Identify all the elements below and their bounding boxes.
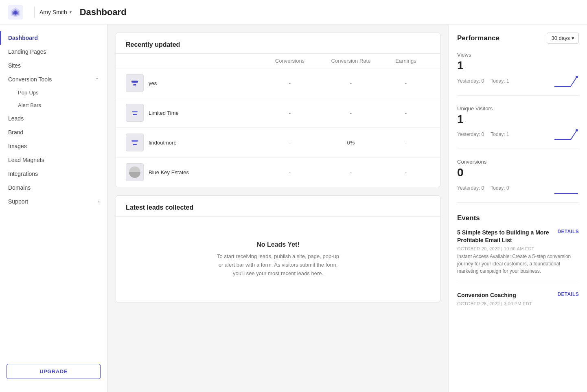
views-label: Views — [457, 52, 579, 58]
event-header: Conversion Coaching DETAILS — [457, 291, 579, 300]
row-conversion-rate: - — [320, 110, 381, 116]
days-label: 30 days — [551, 35, 570, 41]
table-row[interactable]: yes - - - — [116, 68, 440, 98]
views-sub: Yesterday: 0 Today: 1 — [457, 75, 579, 87]
sidebar-item-integrations[interactable]: Integrations — [0, 167, 107, 181]
sidebar-nav: Dashboard Landing Pages Sites Conversion… — [0, 31, 107, 357]
sidebar-item-label: Sites — [8, 62, 21, 69]
performance-title: Performance — [457, 34, 499, 42]
col-earnings: Earnings — [381, 58, 430, 64]
unique-visitors-value: 1 — [457, 112, 579, 126]
sidebar-item-dashboard[interactable]: Dashboard — [0, 31, 107, 45]
thumb-bar — [131, 81, 138, 83]
event-description: Instant Access Available: Create a 5-ste… — [457, 253, 579, 275]
user-menu[interactable]: Amy Smith ▾ — [39, 9, 72, 15]
event-date: OCTOBER 26, 2022 | 3:00 PM EDT — [457, 301, 579, 306]
today-label: Today: 0 — [491, 185, 509, 191]
right-panel: Performance 30 days ▾ Views 1 Yesterday:… — [449, 24, 587, 392]
sidebar-item-images[interactable]: Images — [0, 139, 107, 153]
table-row[interactable]: Blue Key Estates - - - — [116, 158, 440, 187]
thumb-bar-2 — [133, 144, 137, 145]
yesterday-label: Yesterday: 0 — [457, 185, 484, 191]
unique-visitors-sparkline — [554, 128, 579, 140]
sidebar-item-leads[interactable]: Leads — [0, 112, 107, 125]
recently-updated-title: Recently updated — [126, 41, 180, 48]
col-name — [126, 58, 259, 64]
event-date: OCTOBER 20, 2022 | 10:00 AM EDT — [457, 246, 579, 251]
row-earnings: - — [381, 169, 430, 175]
layout: Dashboard Landing Pages Sites Conversion… — [0, 24, 587, 392]
yesterday-label: Yesterday: 0 — [457, 78, 484, 84]
sidebar: Dashboard Landing Pages Sites Conversion… — [0, 24, 107, 392]
sidebar-item-label: Integrations — [8, 171, 38, 177]
conversions-sparkline — [554, 182, 579, 194]
sidebar-item-alert-bars[interactable]: Alert Bars — [0, 99, 107, 112]
thumb-circle — [129, 166, 140, 178]
row-earnings: - — [381, 110, 430, 116]
event-header: 5 Simple Steps to Building a More Profit… — [457, 229, 579, 245]
logo — [8, 5, 23, 20]
col-conversions: Conversions — [259, 58, 320, 64]
sidebar-item-label: Lead Magnets — [8, 157, 44, 163]
row-conversions: - — [259, 110, 320, 116]
item-thumbnail — [126, 74, 144, 92]
item-thumbnail — [126, 163, 144, 181]
days-dropdown[interactable]: 30 days ▾ — [547, 33, 579, 44]
views-sparkline — [554, 75, 579, 87]
thumb-bar-sm — [132, 111, 138, 112]
sidebar-item-conversion-tools[interactable]: Conversion Tools ⌃ — [0, 72, 107, 86]
row-name: Limited Time — [149, 110, 179, 116]
sidebar-item-sites[interactable]: Sites — [0, 59, 107, 72]
chevron-down-icon: ▾ — [572, 35, 574, 41]
latest-leads-header: Latest leads collected — [116, 196, 440, 217]
row-name-cell: findoutmore — [126, 134, 259, 151]
latest-leads-card: Latest leads collected No Leads Yet! To … — [116, 195, 440, 302]
yesterday-label: Yesterday: 0 — [457, 131, 484, 137]
sidebar-item-landing-pages[interactable]: Landing Pages — [0, 45, 107, 59]
performance-header: Performance 30 days ▾ — [457, 33, 579, 44]
event-item: Conversion Coaching DETAILS OCTOBER 26, … — [457, 291, 579, 316]
sidebar-sub-label: Alert Bars — [18, 102, 41, 108]
unique-visitors-label: Unique Visitors — [457, 105, 579, 112]
event-details-button[interactable]: DETAILS — [557, 291, 579, 297]
row-earnings: - — [381, 80, 430, 86]
conversions-metric: Conversions 0 Yesterday: 0 Today: 0 — [457, 159, 579, 203]
sidebar-item-support[interactable]: Support › — [0, 195, 107, 208]
sidebar-sub-label: Pop-Ups — [18, 90, 39, 96]
conversions-label: Conversions — [457, 159, 579, 165]
today-label: Today: 1 — [491, 131, 509, 137]
sidebar-item-domains[interactable]: Domains — [0, 181, 107, 195]
today-label: Today: 1 — [491, 78, 509, 84]
event-details-button[interactable]: DETAILS — [557, 229, 579, 234]
svg-point-5 — [576, 129, 578, 131]
table-row[interactable]: findoutmore - 0% - — [116, 128, 440, 158]
unique-visitors-sub: Yesterday: 0 Today: 1 — [457, 128, 579, 140]
event-name: 5 Simple Steps to Building a More Profit… — [457, 229, 553, 245]
event-item: 5 Simple Steps to Building a More Profit… — [457, 229, 579, 283]
row-conversion-rate: 0% — [320, 140, 381, 146]
upgrade-button[interactable]: UPGRADE — [7, 364, 101, 379]
sidebar-item-pop-ups[interactable]: Pop-Ups — [0, 86, 107, 99]
sidebar-item-label: Domains — [8, 184, 31, 191]
chevron-right-icon: › — [97, 199, 99, 204]
chevron-up-icon: ⌃ — [95, 77, 99, 82]
sidebar-item-label: Leads — [8, 115, 24, 122]
thumb-bar-sm-2 — [133, 114, 136, 115]
row-name: findoutmore — [149, 140, 177, 146]
sidebar-item-label: Dashboard — [8, 35, 38, 41]
row-conversions: - — [259, 140, 320, 146]
header: Amy Smith ▾ Dashboard — [0, 0, 587, 24]
row-name-cell: Limited Time — [126, 104, 259, 122]
header-divider — [34, 7, 35, 18]
views-value: 1 — [457, 59, 579, 72]
table-row[interactable]: Limited Time - - - — [116, 98, 440, 128]
svg-point-4 — [576, 76, 578, 78]
sidebar-item-label: Support — [8, 198, 28, 205]
main-content: Recently updated Conversions Conversion … — [107, 24, 449, 392]
sidebar-item-brand[interactable]: Brand — [0, 125, 107, 139]
sidebar-item-lead-magnets[interactable]: Lead Magnets — [0, 153, 107, 167]
events-title: Events — [457, 212, 579, 222]
row-name: Blue Key Estates — [149, 169, 189, 175]
item-thumbnail — [126, 134, 144, 151]
row-conversions: - — [259, 169, 320, 175]
